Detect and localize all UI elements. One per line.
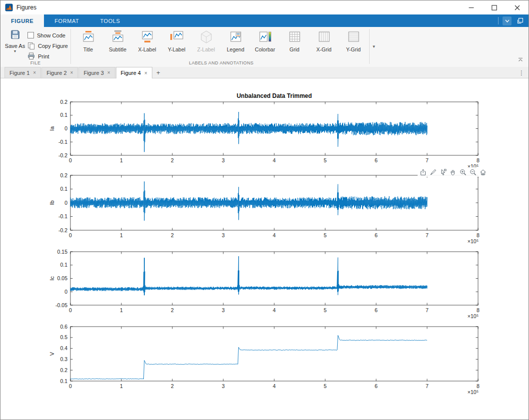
gallery-item-label: Z-Label <box>191 46 221 52</box>
close-button[interactable] <box>506 0 529 14</box>
colorbar-button[interactable]: Colorbar <box>250 28 280 52</box>
chart-title: Unbalanced Data Trimmed <box>237 92 312 99</box>
figure-tab-label: Figure 1 <box>9 70 29 76</box>
y-grid-button[interactable]: Y-Grid <box>339 28 368 52</box>
title-button[interactable]: Title <box>73 28 103 52</box>
matlab-icon <box>5 3 13 11</box>
x-tick-label: 4 <box>273 157 276 163</box>
gallery-item-label: Y-Label <box>162 46 191 52</box>
x-grid-button[interactable]: X-Grid <box>309 28 339 52</box>
close-icon <box>515 5 520 10</box>
x-tick-label: 5 <box>324 232 327 238</box>
x-tick-label: 5 <box>324 307 327 313</box>
figure-tab-label: Figure 4 <box>121 70 141 76</box>
gallery-item-label: Subtitle <box>103 46 132 52</box>
toolstrip-tab-label: FORMAT <box>54 18 79 24</box>
y-axis-label: Ic <box>49 276 55 281</box>
x-scale-label: ×10⁵ <box>468 313 479 319</box>
toolstrip-tab-figure[interactable]: FIGURE <box>0 14 44 27</box>
tabbar-separator <box>498 17 499 24</box>
x-tick-label: 8 <box>477 307 480 313</box>
x-label-button[interactable]: X-Label <box>132 28 162 52</box>
axes-toolbar <box>418 167 488 177</box>
y-tick-label: 0.4 <box>60 345 67 351</box>
minimize-button[interactable] <box>460 0 483 14</box>
grid-button[interactable]: Grid <box>280 28 309 52</box>
figure-tab-label: Figure 3 <box>83 70 103 76</box>
maximize-button[interactable] <box>483 0 506 14</box>
copy-figure-button[interactable]: Copy Figure <box>27 42 68 49</box>
zoom-out-icon[interactable] <box>469 168 477 176</box>
tab-figure-1[interactable]: Figure 1 × <box>4 67 41 78</box>
legend-button[interactable]: Legend <box>221 28 250 52</box>
y-tick-label: 0.1 <box>60 262 67 268</box>
z-label-icon <box>199 30 213 44</box>
legend-icon <box>229 30 243 44</box>
x-tick-label: 8 <box>477 157 480 163</box>
gallery-item-label: X-Label <box>132 46 162 52</box>
close-tab-icon[interactable]: × <box>144 70 147 76</box>
axes-box[interactable] <box>70 252 478 305</box>
gallery-item-label: Colorbar <box>250 46 280 52</box>
toolstrip-tab-format[interactable]: FORMAT <box>44 14 89 27</box>
tab-overflow-menu-icon[interactable]: ⋮ <box>519 67 525 78</box>
y-tick-label: 0.1 <box>60 112 67 118</box>
x-tick-label: 1 <box>120 157 123 163</box>
x-scale-label: ×10⁵ <box>468 238 479 244</box>
x-tick-label: 4 <box>273 307 276 313</box>
y-label-icon <box>170 30 184 44</box>
colorbar-icon <box>258 30 272 44</box>
figure-canvas-area[interactable]: 012345678-0.2-0.100.10.2×10⁵IaUnbalanced… <box>0 78 529 420</box>
figure-canvas[interactable]: 012345678-0.2-0.100.10.2×10⁵IaUnbalanced… <box>0 78 529 420</box>
restore-view-icon[interactable] <box>479 168 487 176</box>
axes-box[interactable] <box>70 327 478 381</box>
copy-icon <box>27 42 35 49</box>
y-axis-label: Ib <box>49 200 55 205</box>
y-tick-label: 0.15 <box>57 249 68 255</box>
zoom-in-icon[interactable] <box>459 168 467 176</box>
close-tab-icon[interactable]: × <box>107 70 110 75</box>
y-tick-label: 0.1 <box>60 186 67 192</box>
x-tick-label: 7 <box>426 157 429 163</box>
show-code-checkbox[interactable]: Show Code <box>27 31 68 39</box>
brush-icon[interactable] <box>429 168 437 176</box>
x-tick-label: 0 <box>69 157 72 163</box>
pan-icon[interactable] <box>449 168 457 176</box>
z-label-button: Z-Label <box>191 28 221 52</box>
export-icon[interactable] <box>419 168 427 176</box>
collapse-toolstrip-button[interactable] <box>518 55 524 64</box>
x-grid-icon <box>317 30 331 44</box>
y-tick-label: 0.3 <box>60 356 67 362</box>
save-as-label: Save As <box>4 43 25 49</box>
y-label-button[interactable]: Y-Label <box>162 28 191 52</box>
x-tick-label: 7 <box>426 232 429 238</box>
tab-figure-2[interactable]: Figure 2 × <box>41 67 78 78</box>
toolstrip-menu-icon[interactable] <box>503 16 512 25</box>
x-tick-label: 5 <box>324 383 327 389</box>
close-tab-icon[interactable]: × <box>33 70 36 75</box>
file-items: Show Code Copy Figure Print <box>27 31 68 63</box>
x-tick-label: 0 <box>69 232 72 238</box>
tab-figure-3[interactable]: Figure 3 × <box>78 67 115 78</box>
toolstrip-tabbar: FIGURE FORMAT TOOLS <box>0 14 529 27</box>
y-tick-label: -0.05 <box>55 302 67 308</box>
subtitle-button[interactable]: Subtitle <box>103 28 132 52</box>
close-tab-icon[interactable]: × <box>70 70 73 75</box>
y-tick-label: 0 <box>64 125 67 131</box>
y-tick-label: 0.5 <box>60 334 67 340</box>
print-label: Print <box>38 53 49 59</box>
gallery-expand-button[interactable]: ▼ <box>370 29 378 64</box>
figure-tab-bar: Figure 1 × Figure 2 × Figure 3 × Figure … <box>0 67 529 78</box>
dock-figures-icon[interactable] <box>516 16 525 25</box>
tab-figure-4[interactable]: Figure 4 × <box>116 67 152 78</box>
new-figure-tab-button[interactable]: + <box>153 67 164 78</box>
save-as-button[interactable]: Save As ▼ <box>4 29 25 53</box>
print-button[interactable]: Print <box>27 52 68 60</box>
toolstrip-tab-tools[interactable]: TOOLS <box>89 14 130 27</box>
y-axis-label: Ia <box>49 126 55 131</box>
x-tick-label: 6 <box>375 307 378 313</box>
checkbox-icon[interactable] <box>27 32 34 38</box>
y-grid-icon <box>347 30 361 44</box>
datatips-icon[interactable] <box>439 168 447 176</box>
y-tick-label: 0 <box>64 289 67 295</box>
